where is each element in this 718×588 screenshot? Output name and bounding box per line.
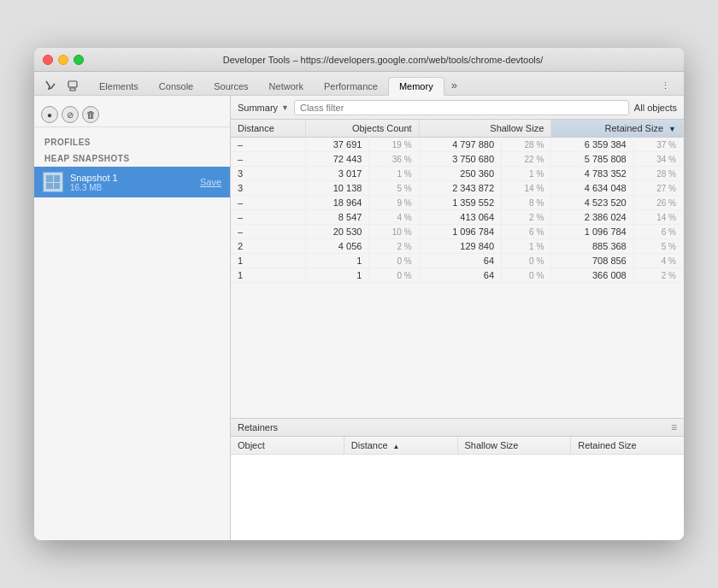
cell-obj-count: 3 017 — [306, 167, 369, 181]
table-row[interactable]: 1 1 0 % 64 0 % 708 856 4 % — [231, 254, 684, 268]
cell-shallow: 64 — [419, 268, 501, 283]
col-distance[interactable]: Distance — [231, 120, 306, 138]
cell-obj-count: 4 056 — [306, 239, 369, 254]
cell-retained-pct: 14 % — [633, 210, 683, 225]
window-title: Developer Tools – https://developers.goo… — [91, 55, 675, 65]
table-row[interactable]: 3 10 138 5 % 2 343 872 14 % 4 634 048 27… — [231, 181, 684, 196]
table-row[interactable]: – 72 443 36 % 3 750 680 22 % 5 785 808 3… — [231, 152, 684, 167]
cell-obj-count: 20 530 — [306, 225, 369, 239]
retainers-menu-icon[interactable]: ≡ — [671, 421, 677, 433]
tab-network[interactable]: Network — [259, 78, 314, 95]
close-button[interactable] — [43, 55, 53, 65]
cell-retained: 4 523 520 — [551, 196, 633, 210]
cell-shallow: 129 840 — [419, 239, 501, 254]
cell-obj-count: 10 138 — [306, 181, 369, 196]
cell-retained: 4 634 048 — [551, 181, 633, 196]
col-shallow-size[interactable]: Shallow Size — [419, 120, 551, 138]
tab-console[interactable]: Console — [149, 78, 203, 95]
ret-col-distance[interactable]: Distance ▲ — [344, 437, 458, 454]
cell-obj-count: 1 — [306, 254, 369, 268]
cell-retained-pct: 6 % — [633, 225, 683, 239]
cell-obj-count: 72 443 — [306, 152, 369, 167]
tab-performance[interactable]: Performance — [314, 78, 388, 95]
cell-obj-pct: 9 % — [369, 196, 419, 210]
all-objects-button[interactable]: All objects — [634, 103, 677, 113]
cell-obj-pct: 36 % — [369, 152, 419, 167]
clear-button[interactable]: 🗑 — [82, 106, 99, 123]
ret-distance-label: Distance — [351, 440, 388, 450]
cell-shallow: 3 750 680 — [419, 152, 501, 167]
inspect-icon[interactable] — [41, 76, 60, 95]
svg-rect-0 — [68, 81, 77, 87]
summary-dropdown[interactable]: Summary ▼ — [238, 103, 289, 113]
maximize-button[interactable] — [74, 55, 84, 65]
cell-shallow-pct: 28 % — [502, 138, 551, 152]
device-icon[interactable] — [63, 76, 82, 95]
cell-distance: – — [231, 138, 306, 152]
heap-table-container: Distance Objects Count Shallow Size Reta… — [231, 120, 684, 418]
cell-obj-count: 1 — [306, 268, 369, 283]
snapshot-info: Snapshot 1 16.3 MB — [70, 173, 193, 192]
table-row[interactable]: 3 3 017 1 % 250 360 1 % 4 783 352 28 % — [231, 167, 684, 181]
cell-distance: 2 — [231, 239, 306, 254]
cell-obj-pct: 2 % — [369, 239, 419, 254]
col-objects-count[interactable]: Objects Count — [306, 120, 419, 138]
snapshot-name: Snapshot 1 — [70, 173, 193, 183]
sort-arrow-icon: ▼ — [668, 125, 676, 133]
snapshot-item[interactable]: Snapshot 1 16.3 MB Save — [34, 167, 230, 197]
title-bar: Developer Tools – https://developers.goo… — [34, 48, 684, 72]
cell-retained-pct: 37 % — [633, 138, 683, 152]
cell-retained-pct: 5 % — [633, 239, 683, 254]
cell-distance: – — [231, 196, 306, 210]
class-filter-input[interactable] — [294, 100, 629, 115]
cell-shallow: 413 064 — [419, 210, 501, 225]
stop-button[interactable]: ⊘ — [62, 106, 79, 123]
cell-obj-count: 18 964 — [306, 196, 369, 210]
tab-bar: Elements Console Sources Network Perform… — [34, 72, 684, 96]
table-row[interactable]: – 20 530 10 % 1 096 784 6 % 1 096 784 6 … — [231, 225, 684, 239]
tab-elements[interactable]: Elements — [89, 78, 149, 95]
cell-shallow-pct: 0 % — [502, 254, 551, 268]
table-row[interactable]: – 18 964 9 % 1 359 552 8 % 4 523 520 26 … — [231, 196, 684, 210]
content-area: Summary ▼ All objects Distance Objects C… — [231, 96, 684, 540]
record-button[interactable]: ● — [41, 106, 58, 123]
cell-retained: 366 008 — [551, 268, 633, 283]
content-toolbar: Summary ▼ All objects — [231, 96, 684, 120]
tab-memory[interactable]: Memory — [388, 77, 444, 96]
retainers-label: Retainers — [238, 422, 278, 432]
cell-obj-count: 8 547 — [306, 210, 369, 225]
snapshot-save-link[interactable]: Save — [200, 177, 221, 187]
tab-sources[interactable]: Sources — [203, 78, 258, 95]
dropdown-arrow-icon: ▼ — [281, 103, 289, 112]
cell-distance: 1 — [231, 254, 306, 268]
table-row[interactable]: – 37 691 19 % 4 797 880 28 % 6 359 384 3… — [231, 138, 684, 152]
cell-retained: 708 856 — [551, 254, 633, 268]
cell-distance: – — [231, 210, 306, 225]
ret-col-object: Object — [231, 437, 344, 454]
table-row[interactable]: 1 1 0 % 64 0 % 366 008 2 % — [231, 268, 684, 283]
cell-shallow: 1 359 552 — [419, 196, 501, 210]
table-row[interactable]: – 8 547 4 % 413 064 2 % 2 386 024 14 % — [231, 210, 684, 225]
tab-menu-icon[interactable]: ⋮ — [654, 77, 677, 95]
cell-distance: 3 — [231, 167, 306, 181]
cell-retained: 1 096 784 — [551, 225, 633, 239]
main-content: ● ⊘ 🗑 Profiles HEAP SNAPSHOTS Snapshot 1 — [34, 96, 684, 540]
sidebar-actions: ● ⊘ 🗑 — [34, 103, 230, 127]
cell-retained-pct: 34 % — [633, 152, 683, 167]
minimize-button[interactable] — [58, 55, 68, 65]
cell-retained: 6 359 384 — [551, 138, 633, 152]
cell-retained: 885 368 — [551, 239, 633, 254]
cell-shallow-pct: 0 % — [502, 268, 551, 283]
cell-obj-pct: 0 % — [369, 254, 419, 268]
col-retained-size[interactable]: Retained Size ▼ — [551, 120, 684, 138]
cell-shallow-pct: 22 % — [502, 152, 551, 167]
cell-retained-pct: 28 % — [633, 167, 683, 181]
snapshot-size: 16.3 MB — [70, 183, 193, 192]
sidebar: ● ⊘ 🗑 Profiles HEAP SNAPSHOTS Snapshot 1 — [34, 96, 231, 540]
cell-shallow-pct: 1 % — [502, 239, 551, 254]
table-row[interactable]: 2 4 056 2 % 129 840 1 % 885 368 5 % — [231, 239, 684, 254]
retainers-table-header: Object Distance ▲ Shallow Size Retained … — [231, 437, 684, 455]
cell-shallow-pct: 1 % — [502, 167, 551, 181]
cell-shallow-pct: 14 % — [502, 181, 551, 196]
more-tabs-icon[interactable]: » — [444, 75, 464, 95]
